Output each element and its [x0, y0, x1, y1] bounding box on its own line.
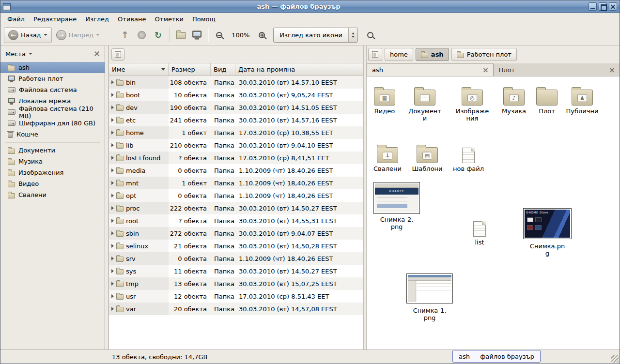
window-menu-icon[interactable] [3, 3, 11, 10]
tab-ash[interactable]: ash [367, 63, 494, 76]
spinner-arrows-icon[interactable] [348, 28, 357, 42]
breadcrumb-ash[interactable]: ash [416, 48, 449, 61]
minimize-button[interactable] [589, 2, 597, 11]
icon-item-downloads[interactable]: Свалени [369, 141, 406, 172]
table-row[interactable]: bin 108 обекта Папка 30.03.2010 (вт) 14,… [109, 76, 363, 89]
expander-icon[interactable] [111, 156, 114, 160]
table-row[interactable]: lost+found ? обекта Папка 17.03.2010 (ср… [109, 152, 363, 164]
table-row[interactable]: mnt 1 обект Папка 1.10.2009 (чт) 18,40,2… [109, 177, 363, 189]
stop-button[interactable] [133, 27, 150, 43]
table-row[interactable]: proc 222 обекта Папка 30.03.2010 (вт) 14… [109, 202, 363, 214]
expander-icon[interactable] [111, 257, 114, 260]
sidebar-item-documents[interactable]: Документи [0, 145, 105, 156]
expander-icon[interactable] [111, 294, 114, 298]
sidebar-title[interactable]: Места [5, 50, 26, 58]
sidebar-item-filesystem[interactable]: Файлова система [0, 84, 105, 95]
zoom-in-button[interactable] [254, 27, 269, 43]
back-button[interactable]: Назад [4, 27, 52, 43]
icon-item-documents[interactable]: Документи [406, 83, 444, 122]
table-row[interactable]: etc 241 обекта Папка 30.03.2010 (вт) 14,… [109, 114, 363, 126]
menu-item[interactable]: Редактиране [29, 14, 81, 24]
expander-icon[interactable] [111, 231, 114, 235]
menu-item[interactable]: Помощ [188, 14, 220, 24]
table-row[interactable]: home 1 обект Папка 17.03.2010 (ср) 10,38… [109, 126, 363, 139]
icon-item-snimka2[interactable]: GUADEC Снимка-2.png [372, 182, 421, 230]
icon-item-plot[interactable]: Плот [528, 83, 566, 115]
search-button[interactable] [363, 27, 378, 43]
table-row[interactable]: selinux 21 обекта Папка 30.03.2010 (вт) … [109, 240, 363, 252]
menu-item[interactable]: Отиване [113, 14, 150, 24]
expander-icon[interactable] [111, 269, 114, 273]
up-button[interactable] [117, 27, 133, 43]
breadcrumb-home[interactable]: home [385, 48, 413, 61]
menu-item[interactable]: Отметки [150, 14, 187, 24]
expander-icon[interactable] [111, 219, 114, 223]
location-toggle-button[interactable] [111, 48, 124, 61]
expander-icon[interactable] [111, 106, 114, 109]
home-folder-button[interactable] [173, 27, 189, 43]
icon-item-images[interactable]: Изображения [453, 83, 491, 122]
expander-icon[interactable] [111, 244, 114, 248]
expander-icon[interactable] [111, 168, 114, 172]
menu-item[interactable]: Изглед [81, 14, 113, 24]
menu-item[interactable]: Файл [3, 14, 29, 24]
reload-button[interactable] [150, 27, 166, 43]
icon-item-snimka[interactable]: GNOME Store Снимка.png [523, 208, 572, 257]
sidebar-item-trash[interactable]: Кошче [0, 129, 105, 140]
sidebar-item-images[interactable]: Изображения [0, 167, 105, 178]
expander-icon[interactable] [111, 143, 114, 147]
titlebar[interactable]: ash — файлов браузър [0, 0, 620, 13]
table-row[interactable]: srv 0 обекта Папка 1.10.2009 (чт) 18,40,… [109, 252, 363, 265]
sidebar-item-music[interactable]: Музика [0, 156, 105, 167]
expander-icon[interactable] [111, 181, 114, 185]
icon-item-public[interactable]: Публични [563, 83, 601, 115]
icon-item-templates[interactable]: Шаблони [408, 141, 446, 172]
expander-icon[interactable] [111, 118, 114, 122]
maximize-button[interactable] [599, 2, 607, 11]
icon-item-music[interactable]: Музика [495, 83, 533, 115]
breadcrumb-desktop[interactable]: Работен плот [451, 48, 517, 61]
table-row[interactable]: lib 210 обекта Папка 30.03.2010 (вт) 9,0… [109, 139, 363, 152]
table-row[interactable]: sys 11 обекта Папка 30.03.2010 (вт) 14,5… [109, 265, 363, 277]
column-header-type[interactable]: Вид [211, 63, 235, 76]
view-mode-select[interactable]: Изглед като икони [273, 28, 358, 43]
expander-icon[interactable] [111, 194, 114, 197]
pane-icon-button[interactable] [368, 48, 382, 61]
column-header-size[interactable]: Размер [169, 63, 211, 76]
sidebar-item-ash[interactable]: ash [0, 62, 105, 73]
expander-icon[interactable] [111, 80, 114, 84]
icon-item-snimka1[interactable]: Снимка-1.png [405, 273, 454, 321]
expander-icon[interactable] [111, 307, 114, 311]
sidebar-item-downloads[interactable]: Свалени [0, 189, 105, 200]
column-header-name[interactable]: Име [109, 63, 169, 76]
icon-view[interactable]: Видео Документи Изображения Музика Плот … [367, 76, 620, 349]
computer-button[interactable] [189, 27, 205, 43]
sidebar-item-desktop[interactable]: Работен плот [0, 73, 105, 84]
tab-close-icon[interactable] [483, 67, 488, 73]
table-row[interactable]: tmp 13 обекта Папка 30.03.2010 (вт) 15,0… [109, 277, 363, 290]
tab-plot[interactable]: Плот [494, 63, 620, 76]
table-row[interactable]: usr 12 обекта Папка 17.03.2010 (ср) 8,51… [109, 290, 363, 303]
table-row[interactable]: boot 10 обекта Папка 30.03.2010 (вт) 9,0… [109, 89, 363, 101]
expander-icon[interactable] [111, 131, 114, 135]
zoom-out-button[interactable] [212, 27, 227, 43]
sidebar-item-video[interactable]: Видео [0, 178, 105, 189]
table-row[interactable]: var 20 обекта Папка 30.03.2010 (вт) 14,5… [109, 303, 363, 315]
column-header-date[interactable]: Дата на промяна [235, 63, 363, 76]
expander-icon[interactable] [111, 282, 114, 286]
sidebar-item-filesystem-210mb[interactable]: Файлова система (210 MB) [0, 106, 105, 118]
table-row[interactable]: root ? обекта Папка 30.03.2010 (вт) 14,5… [109, 214, 363, 227]
close-button[interactable] [609, 2, 617, 11]
icon-item-new-file[interactable]: нов файл [450, 141, 487, 172]
chevron-down-icon[interactable] [29, 53, 32, 55]
forward-button[interactable]: Напред [52, 27, 104, 43]
expander-icon[interactable] [111, 206, 114, 210]
expander-icon[interactable] [111, 93, 114, 97]
table-row[interactable]: sbin 272 обекта Папка 30.03.2010 (вт) 9,… [109, 227, 363, 240]
table-row[interactable]: dev 190 обекта Папка 30.03.2010 (вт) 14,… [109, 101, 363, 114]
sidebar-item-encrypted[interactable]: Шифриран дял (80 GB) [0, 118, 105, 129]
table-row[interactable]: media 0 обекта Папка 1.10.2009 (чт) 18,4… [109, 164, 363, 177]
icon-item-list[interactable]: list [461, 214, 498, 246]
sidebar-close-icon[interactable] [94, 51, 100, 57]
tab-close-icon[interactable] [609, 67, 615, 73]
